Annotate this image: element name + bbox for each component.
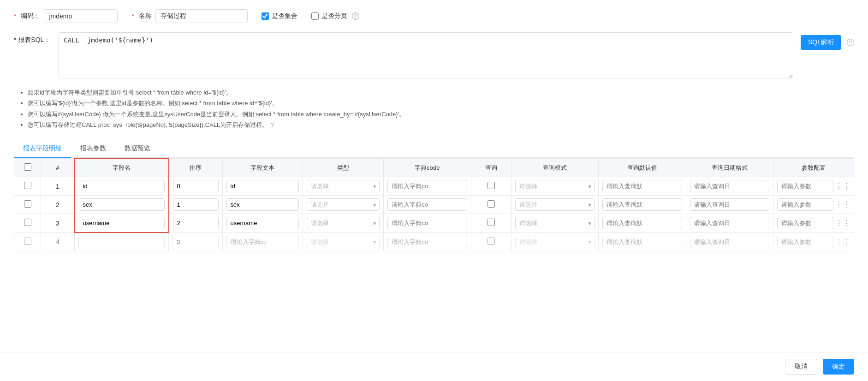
row3-type-select[interactable]: 请选择 bbox=[307, 217, 380, 229]
row4-paramconfig-input[interactable] bbox=[777, 236, 833, 248]
row2-fieldtext-cell bbox=[222, 196, 303, 214]
row2-querydatefmt-input[interactable] bbox=[690, 198, 769, 211]
row4-querydatefmt-cell bbox=[686, 232, 773, 251]
row1-drag-handle-icon[interactable]: ⋮⋮ bbox=[835, 182, 850, 190]
row2-dictcode-cell bbox=[384, 196, 471, 214]
row3-querymode-select-wrap: 请选择 ▼ bbox=[515, 217, 595, 229]
table-wrap: # 字段名 排序 字段文本 类型 字典code 查询 查询模式 查询默认值 查询… bbox=[14, 158, 854, 252]
sql-analyze-button[interactable]: SQL解析 bbox=[801, 35, 841, 50]
row4-drag-handle-icon[interactable]: ⋮⋮ bbox=[835, 238, 850, 246]
row1-dictcode-input[interactable] bbox=[387, 180, 467, 192]
row3-querydatefmt-input[interactable] bbox=[690, 217, 769, 229]
row2-querymode-select[interactable]: 请选择 bbox=[515, 198, 595, 211]
row2-sort-cell bbox=[169, 196, 223, 214]
row2-fieldname-input[interactable] bbox=[79, 198, 165, 211]
row1-querydatefmt-input[interactable] bbox=[690, 180, 769, 192]
hint-4-icon[interactable]: ? bbox=[271, 121, 274, 128]
row2-paramconfig-cell: ⋮⋮ bbox=[773, 196, 854, 214]
row2-checkbox[interactable] bbox=[24, 200, 31, 208]
row2-sort-input[interactable] bbox=[173, 198, 219, 211]
footer: 取消 确定 bbox=[0, 352, 868, 381]
sql-help-icon[interactable]: ? bbox=[847, 39, 854, 46]
row4-fieldname-input[interactable] bbox=[78, 236, 165, 248]
field-table: # 字段名 排序 字段文本 类型 字典code 查询 查询模式 查询默认值 查询… bbox=[14, 158, 854, 252]
row4-sort-input[interactable] bbox=[172, 236, 219, 248]
row1-fieldname-input[interactable] bbox=[79, 180, 165, 192]
table-row: 4 请选择 ▼ bbox=[14, 232, 854, 251]
cancel-button[interactable]: 取消 bbox=[785, 359, 817, 375]
paginate-help-icon[interactable]: ? bbox=[352, 12, 359, 20]
paginate-checkbox[interactable] bbox=[311, 12, 319, 20]
row2-paramconfig-input[interactable] bbox=[777, 198, 833, 211]
row4-query-cell bbox=[471, 232, 511, 251]
hint-1: 如果id字段为字符串类型则需要加单引号:select * from table … bbox=[28, 87, 854, 98]
row4-checkbox[interactable] bbox=[24, 238, 31, 245]
row2-type-select[interactable]: 请选择 bbox=[307, 198, 380, 211]
row4-querydatefmt-input[interactable] bbox=[690, 236, 769, 248]
row2-query-cell bbox=[471, 196, 511, 214]
table-header-row: # 字段名 排序 字段文本 类型 字典code 查询 查询模式 查询默认值 查询… bbox=[14, 159, 854, 177]
row3-drag-handle-icon[interactable]: ⋮⋮ bbox=[835, 219, 850, 227]
row3-dictcode-input[interactable] bbox=[387, 217, 467, 229]
sql-textarea[interactable]: CALL jmdemo('${name}') bbox=[59, 32, 793, 78]
row4-fieldtext-input[interactable] bbox=[226, 236, 299, 248]
row2-querydefault-input[interactable] bbox=[602, 198, 682, 211]
hint-3: 您可以编写#{sysUserCode} 做为一个系统变量,这里sysUserCo… bbox=[28, 109, 854, 119]
th-querydatefmt: 查询日期格式 bbox=[686, 159, 773, 177]
row4-dictcode-input[interactable] bbox=[387, 236, 467, 248]
row3-type-select-wrap: 请选择 ▼ bbox=[307, 217, 380, 229]
row4-querydefault-input[interactable] bbox=[602, 236, 682, 248]
row1-sort-input[interactable] bbox=[173, 180, 219, 192]
code-label: 编码： bbox=[21, 12, 40, 20]
row3-querydatefmt-cell bbox=[686, 214, 773, 233]
row2-num: 2 bbox=[41, 196, 75, 214]
row3-checkbox-cell bbox=[14, 214, 41, 233]
row3-fieldname-input[interactable] bbox=[79, 217, 165, 229]
table-row: 2 请选择 ▼ bbox=[14, 196, 854, 214]
row1-querymode-select[interactable]: 请选择 bbox=[515, 180, 595, 192]
select-all-checkbox[interactable] bbox=[24, 163, 31, 171]
name-label: 名称 bbox=[139, 12, 152, 20]
tab-field-detail[interactable]: 报表字段明细 bbox=[14, 140, 71, 158]
row3-querydefault-input[interactable] bbox=[602, 217, 682, 229]
row3-query-cell bbox=[471, 214, 511, 233]
row3-fieldname-cell bbox=[75, 214, 169, 233]
tab-param[interactable]: 报表参数 bbox=[71, 140, 115, 158]
row2-querydatefmt-cell bbox=[686, 196, 773, 214]
row2-drag-handle-icon[interactable]: ⋮⋮ bbox=[835, 200, 850, 209]
row3-paramconfig-input[interactable] bbox=[777, 217, 833, 229]
row4-querymode-select[interactable]: 请选择 bbox=[515, 236, 595, 248]
row3-fieldtext-cell bbox=[222, 214, 303, 233]
tab-data-preview[interactable]: 数据预览 bbox=[115, 140, 160, 158]
row1-query-checkbox[interactable] bbox=[488, 182, 495, 189]
row3-querymode-cell: 请选择 ▼ bbox=[511, 214, 598, 233]
row2-dictcode-input[interactable] bbox=[387, 198, 467, 211]
row1-querydefault-input[interactable] bbox=[602, 180, 682, 192]
row3-checkbox[interactable] bbox=[24, 219, 31, 226]
row1-fieldtext-input[interactable] bbox=[226, 180, 299, 192]
aggregate-checkbox[interactable] bbox=[262, 12, 269, 20]
row4-paramconfig-cell: ⋮⋮ bbox=[773, 232, 854, 251]
row1-paramconfig-input[interactable] bbox=[777, 180, 833, 192]
row4-query-checkbox[interactable] bbox=[488, 238, 495, 245]
row2-querymode-cell: 请选择 ▼ bbox=[511, 196, 598, 214]
row3-fieldtext-input[interactable] bbox=[226, 217, 299, 229]
th-sort: 排序 bbox=[169, 159, 223, 177]
row4-num: 4 bbox=[41, 232, 75, 251]
row4-checkbox-cell bbox=[14, 232, 41, 251]
row1-fieldname-cell bbox=[75, 177, 169, 196]
code-input[interactable] bbox=[44, 9, 118, 23]
name-input[interactable] bbox=[155, 9, 248, 23]
row2-fieldtext-input[interactable] bbox=[226, 198, 299, 211]
row1-type-select[interactable]: 请选择 bbox=[307, 180, 380, 192]
sql-textarea-wrap: CALL jmdemo('${name}') bbox=[59, 32, 793, 80]
tabs-bar: 报表字段明细 报表参数 数据预览 bbox=[14, 140, 854, 158]
row4-sort-cell bbox=[169, 232, 223, 251]
row4-type-select[interactable]: 请选择 bbox=[307, 236, 380, 248]
row3-querymode-select[interactable]: 请选择 bbox=[515, 217, 595, 229]
row3-sort-input[interactable] bbox=[173, 217, 219, 229]
row1-checkbox[interactable] bbox=[24, 182, 31, 189]
row3-query-checkbox[interactable] bbox=[488, 219, 495, 226]
confirm-button[interactable]: 确定 bbox=[823, 359, 854, 375]
row2-query-checkbox[interactable] bbox=[488, 200, 495, 208]
